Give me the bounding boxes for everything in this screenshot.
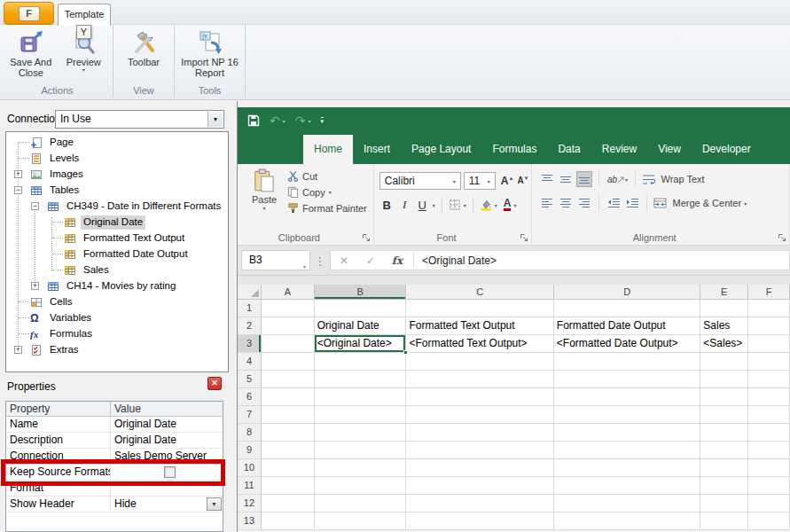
row-header-13[interactable]: 13 (238, 512, 262, 530)
tree-item-page[interactable]: Page (6, 135, 228, 151)
column-header-F[interactable]: F (748, 285, 790, 300)
property-value[interactable]: Hide▼ (111, 497, 223, 512)
cancel-icon[interactable]: ✕ (331, 254, 357, 267)
show-header-dropdown-icon[interactable]: ▼ (207, 497, 222, 511)
align-center-icon[interactable] (558, 195, 574, 211)
tree-item-ch14-movies-by-rating[interactable]: +CH14 - Movies by rating (6, 278, 228, 294)
cell-C8[interactable] (406, 424, 553, 442)
format-painter-button[interactable]: Format Painter (287, 202, 367, 214)
cell-B12[interactable] (315, 495, 407, 512)
cell-B11[interactable] (315, 477, 407, 495)
formula-bar-grip[interactable] (319, 255, 321, 268)
align-top-icon[interactable] (539, 171, 555, 187)
cell-D10[interactable] (554, 459, 700, 477)
cell-F11[interactable] (748, 477, 790, 495)
font-dialog-launcher-icon[interactable] (520, 233, 528, 242)
cell-A6[interactable] (262, 388, 315, 406)
align-left-icon[interactable] (539, 195, 555, 211)
row-header-3[interactable]: 3 (238, 335, 262, 353)
cell-D7[interactable] (554, 406, 700, 424)
cell-B10[interactable] (315, 459, 407, 477)
cell-D9[interactable] (554, 442, 700, 459)
cell-A2[interactable] (262, 317, 315, 335)
bold-button[interactable]: B (379, 199, 395, 212)
orientation-dropdown-icon[interactable]: ▾ (625, 176, 628, 183)
ribbon-tab-view[interactable]: View (647, 135, 692, 164)
merge-center-icon[interactable] (653, 198, 667, 208)
toolbar-button[interactable]: Toolbar (117, 27, 170, 85)
name-box[interactable]: B3 ▾ (241, 250, 310, 270)
merge-center-label[interactable]: Merge & Center (672, 198, 741, 208)
borders-dropdown-icon[interactable]: ▾ (464, 202, 466, 208)
tree-item-ch349-date-in-different-formats[interactable]: −CH349 - Date in Different Formats (6, 199, 228, 215)
cell-E2[interactable]: Sales (700, 317, 748, 335)
tree-item-levels[interactable]: Levels (6, 151, 228, 167)
ribbon-tab-home[interactable]: Home (303, 135, 353, 164)
paste-dropdown-icon[interactable]: ▾ (245, 205, 284, 211)
cell-A4[interactable] (262, 353, 315, 371)
cell-D11[interactable] (554, 477, 700, 495)
tree-item-cells[interactable]: Cells (6, 294, 228, 310)
merge-center-dropdown-icon[interactable]: ▾ (744, 200, 747, 207)
cell-A5[interactable] (262, 371, 315, 388)
cell-B5[interactable] (315, 371, 407, 388)
column-header-D[interactable]: D (554, 285, 700, 300)
connection-select[interactable]: In Use ▼ (55, 110, 224, 129)
align-right-icon[interactable] (576, 195, 592, 211)
tree-item-variables[interactable]: ΩVariables (6, 310, 228, 326)
cell-F3[interactable] (748, 335, 790, 353)
cell-B4[interactable] (315, 353, 407, 371)
italic-button[interactable]: I (397, 198, 412, 212)
cell-B3[interactable]: <Original Date> (315, 335, 407, 353)
row-header-9[interactable]: 9 (238, 442, 262, 459)
row-header-12[interactable]: 12 (238, 495, 262, 512)
row-header-4[interactable]: 4 (238, 353, 262, 371)
tab-template[interactable]: Template (58, 4, 111, 26)
cell-A9[interactable] (262, 442, 315, 459)
connection-dropdown-icon[interactable]: ▼ (207, 112, 223, 127)
cell-E13[interactable] (700, 512, 748, 530)
cell-F2[interactable] (748, 317, 790, 335)
customize-qat-icon[interactable]: ▾ (321, 117, 325, 124)
column-header-E[interactable]: E (700, 285, 748, 300)
fill-handle[interactable] (403, 350, 408, 355)
cell-F9[interactable] (748, 442, 790, 459)
cell-B9[interactable] (315, 442, 407, 459)
preview-dropdown-icon[interactable]: ▾ (82, 67, 85, 74)
tree-item-extras[interactable]: +Extras (6, 342, 228, 358)
cell-B8[interactable] (315, 424, 407, 442)
save-icon[interactable] (247, 114, 260, 127)
font-size-combo[interactable]: 11 ▾ (464, 172, 496, 190)
cell-F4[interactable] (748, 353, 790, 371)
row-header-2[interactable]: 2 (238, 317, 262, 335)
enter-icon[interactable]: ✓ (357, 254, 384, 267)
cell-A1[interactable] (262, 300, 315, 317)
cell-D6[interactable] (554, 388, 700, 406)
tree-item-formulas[interactable]: fxFormulas (6, 326, 228, 342)
property-value[interactable]: Original Date (111, 417, 223, 432)
cell-F8[interactable] (748, 424, 790, 442)
collapse-icon[interactable]: − (31, 202, 39, 210)
cell-C7[interactable] (406, 406, 553, 424)
undo-dropdown-icon[interactable]: ▾ (283, 118, 285, 124)
cell-B1[interactable] (315, 300, 407, 317)
cell-C2[interactable]: Formatted Text Output (406, 317, 553, 335)
row-header-7[interactable]: 7 (238, 406, 262, 424)
cell-B6[interactable] (315, 388, 407, 406)
cell-C6[interactable] (406, 388, 553, 406)
column-header-A[interactable]: A (262, 285, 315, 300)
cell-E1[interactable] (700, 300, 748, 317)
cell-C10[interactable] (406, 459, 553, 477)
cell-E6[interactable] (700, 388, 748, 406)
insert-function-icon[interactable]: fx (384, 254, 411, 267)
ribbon-tab-data[interactable]: Data (547, 135, 591, 164)
cell-A11[interactable] (262, 477, 315, 495)
cell-E11[interactable] (700, 477, 748, 495)
underline-button[interactable]: U (415, 199, 430, 212)
ribbon-tab-review[interactable]: Review (591, 135, 647, 164)
increase-indent-icon[interactable] (624, 195, 640, 211)
cell-E12[interactable] (700, 495, 748, 512)
tree-item-images[interactable]: +Images (6, 167, 228, 183)
cell-B13[interactable] (315, 512, 407, 530)
cell-A13[interactable] (262, 512, 315, 530)
